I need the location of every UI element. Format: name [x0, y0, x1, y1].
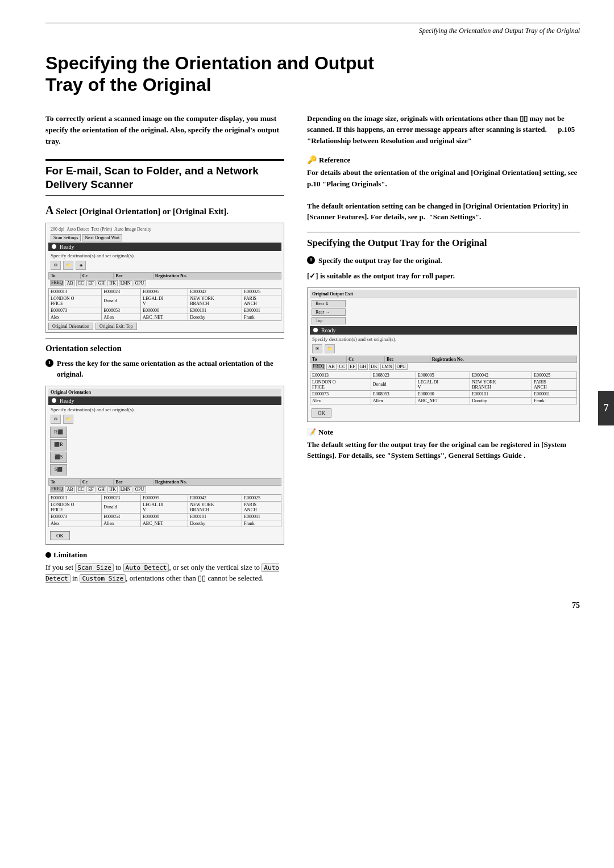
- screen1-subtitle: Specify destination(s) and set original(…: [48, 253, 281, 260]
- screen1-freq-row: FREQ AB CC EF GH IJK LMN OPU: [48, 279, 281, 287]
- breadcrumb-text: Specifying the Orientation and Output Tr…: [419, 27, 580, 35]
- orient-options: R⬛ ⬛R ⬛S S⬛: [48, 425, 281, 477]
- output-bullet2-text: [✓] is suitable as the output tray for r…: [307, 270, 455, 282]
- screen2-ok-button[interactable]: OK: [50, 531, 70, 540]
- original-exit-top-btn[interactable]: Original Exit: Top: [96, 323, 136, 330]
- screen3-freq-row: FREQ AB CC EF GH IJK LMN OPU: [310, 363, 577, 370]
- section-heading-email: For E-mail, Scan to Folder, and a Networ…: [45, 159, 284, 196]
- screen1-title-bar: Ready: [48, 243, 281, 251]
- step-letter-a: A: [45, 204, 53, 216]
- screen1-icons: ✉ 📁 ◈: [48, 260, 281, 271]
- screen2-subtitle: Specify destination(s) and set original(…: [48, 407, 281, 414]
- reference-title: 🔑 Reference: [307, 155, 580, 165]
- screen3-email-icon: ✉: [312, 344, 322, 353]
- screen2-title-bar: Ready: [48, 397, 281, 405]
- left-intro: To correctly orient a scanned image on t…: [45, 113, 284, 148]
- screen1-bottom-buttons: Original Orientation Original Exit: Top: [48, 323, 281, 330]
- screen3-ok-area: OK: [310, 404, 577, 419]
- screen-2: Original Orientation Ready Specify desti…: [45, 386, 284, 545]
- orient-option-1[interactable]: R⬛: [50, 427, 280, 438]
- output-bullet-icon-1: 1: [307, 256, 315, 264]
- reference-box: 🔑 Reference For details about the orient…: [307, 155, 580, 223]
- output-bullet2: [✓] is suitable as the output tray for r…: [307, 270, 580, 282]
- orient-option-2[interactable]: ⬛R: [50, 439, 280, 450]
- email-icon: ✉: [51, 261, 61, 270]
- screen-3: Original Output Exit Rear ⇓ Rear → Top R…: [307, 287, 580, 422]
- orient-option-4[interactable]: S⬛: [50, 464, 280, 475]
- right-intro: Depending on the image size, originals w…: [307, 113, 580, 147]
- screen3-output-label: Original Output Exit: [310, 290, 577, 298]
- top-option[interactable]: Top: [312, 317, 346, 324]
- output-bullet1-text: Specify the output tray for the original…: [318, 255, 442, 266]
- title-line2: Tray of the Original: [45, 74, 211, 95]
- page-container: 7 Specifying the Orientation and Output …: [0, 0, 614, 868]
- note-text: The default setting for the output tray …: [307, 439, 580, 461]
- right-column: Depending on the image size, originals w…: [307, 113, 580, 584]
- screen3-ok-button[interactable]: OK: [312, 408, 331, 418]
- orientation-section: Orientation selection 1 Press the key fo…: [45, 339, 284, 545]
- limitation-icon: [45, 552, 51, 558]
- orientation-bullet1-text: Press the key for the same orientation a…: [57, 358, 284, 380]
- note-icon: 📝: [307, 428, 316, 437]
- two-column-layout: To correctly orient a scanned image on t…: [45, 113, 580, 584]
- screen2-folder-icon: 📁: [63, 415, 73, 424]
- screen2-email-icon: ✉: [51, 415, 61, 424]
- screen3-subtitle: Specify destination(s) and set original(…: [310, 336, 577, 343]
- left-column: To correctly orient a scanned image on t…: [45, 113, 284, 584]
- screen2-icons: ✉ 📁: [48, 414, 281, 425]
- screen1-table: To Cc Bcc Registration No.: [48, 272, 281, 279]
- page-title: Specifying the Orientation and Output Tr…: [45, 52, 580, 96]
- screen2-freq-row: FREQ AB CC EF GH IJK LMN OPU: [48, 486, 281, 493]
- screen1-top-labels: 200 dpi Auto Detect Text (Print) Auto Im…: [48, 226, 281, 233]
- ready-dot: [52, 244, 56, 249]
- output-section-title: Specifying the Output Tray for the Origi…: [307, 232, 580, 249]
- screen3-icons: ✉ 📁: [310, 343, 577, 354]
- rear-right-option[interactable]: Rear →: [312, 308, 346, 316]
- screen2-table: ToCcBccRegistration No.: [48, 478, 281, 486]
- screen2-data-table: E000013E008023E000095E000042E000025 LOND…: [48, 494, 281, 527]
- orientation-title: Orientation selection: [45, 344, 284, 353]
- page-number: 75: [45, 601, 580, 610]
- note-box: 📝 Note The default setting for the outpu…: [307, 428, 580, 461]
- screen2-ok-area: OK: [48, 527, 281, 542]
- bullet-icon-1: 1: [45, 359, 53, 367]
- orient-option-3[interactable]: ⬛S: [50, 452, 280, 463]
- note-title: 📝 Note: [307, 428, 580, 437]
- header-breadcrumb: Specifying the Orientation and Output Tr…: [45, 23, 580, 35]
- screen2-orient-label: Original Orientation: [48, 389, 281, 397]
- next-original-wait-btn[interactable]: Next Original Wait: [82, 234, 122, 241]
- original-orientation-btn[interactable]: Original Orientation: [48, 323, 93, 330]
- limitation-title: Limitation: [45, 550, 284, 560]
- screen3-data-table: E000013E008023E000095E000042E000025 LOND…: [310, 372, 577, 404]
- scan-settings-btn[interactable]: Scan Settings: [51, 234, 81, 241]
- folder-icon: 📁: [63, 261, 73, 270]
- scan-icon: ◈: [76, 261, 86, 270]
- step-a-label: A Select [Original Orientation] or [Orig…: [45, 204, 284, 217]
- chapter-tab: 7: [598, 391, 614, 425]
- screen1-left-buttons: Scan Settings Next Original Wait: [48, 233, 281, 243]
- title-line1: Specifying the Orientation and Output: [45, 53, 374, 73]
- limitation-text: If you set Scan Size to Auto Detect, or …: [45, 562, 284, 584]
- screen-1: 200 dpi Auto Detect Text (Print) Auto Im…: [45, 223, 284, 333]
- rear-down-option[interactable]: Rear ⇓: [312, 300, 346, 307]
- screen3-output-options: Rear ⇓ Rear → Top: [310, 298, 577, 326]
- output-bullet1: 1 Specify the output tray for the origin…: [307, 255, 580, 266]
- limitation-box: Limitation If you set Scan Size to Auto …: [45, 550, 284, 584]
- screen3-table: ToCcBccRegistration No.: [310, 356, 577, 363]
- reference-icon: 🔑: [307, 155, 317, 165]
- screen3-title-bar: Ready: [310, 326, 577, 335]
- step-a-text: Select [Original Orientation] or [Origin…: [56, 207, 229, 216]
- reference-text: For details about the orienta­tion of th…: [307, 167, 580, 223]
- orientation-bullet1: 1 Press the key for the same orientation…: [45, 358, 284, 380]
- screen2-ready-dot: [52, 398, 56, 403]
- screen3-folder-icon: 📁: [325, 344, 335, 353]
- screen1-data-table: E000013E008023E000095E000042E000025 LOND…: [48, 288, 281, 321]
- screen3-ready-dot: [313, 328, 318, 332]
